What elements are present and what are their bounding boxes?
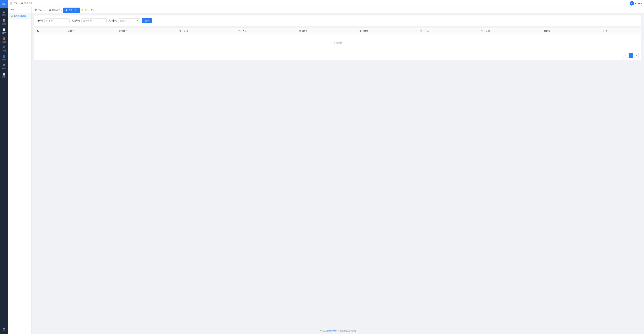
left-panel: 订单 🎫 积分商城订单 — [8, 7, 32, 334]
breadcrumb-blindbox-label: 盲盒订单 — [24, 2, 32, 5]
tab-manghedingdan-label: 盲盒订单 — [68, 9, 76, 12]
sidebar-label-goods: 商品 — [2, 23, 6, 25]
col-pay-method: 支付方式 — [357, 28, 418, 35]
empty-row: 暂无数据 — [34, 35, 641, 51]
filter-bar: 订单号 支付单号 支付状态 请选择 待支付 已支付 已取消 — [34, 16, 641, 26]
sidebar-item-member[interactable]: 👤 会员 — [0, 53, 8, 62]
breadcrumb-blindbox-icon: 📦 — [21, 2, 23, 5]
sidebar-item-goods[interactable]: 📦 商品 — [0, 18, 8, 27]
sidebar-item-service[interactable]: ⚙ 系统 — [0, 44, 8, 53]
col-pay-status: 支付状态 — [418, 28, 478, 35]
sidebar-label-member: 会员 — [2, 58, 6, 61]
table-head: ID 订单号 支付单号 支付人id 支付人名 购买数量 支付方式 支付状态 支付… — [34, 28, 641, 35]
col-pay-user-name: 支付人名 — [236, 28, 296, 35]
tab-kongzhitai-icon: ⊞ — [35, 9, 37, 11]
data-table: ID 订单号 支付单号 支付人id 支付人名 购买数量 支付方式 支付状态 支付… — [34, 28, 641, 51]
col-pay-no: 支付单号 — [116, 28, 177, 35]
pay-no-input[interactable] — [81, 19, 106, 23]
tab-shangpinguanli-label: 商品管理 — [52, 9, 60, 12]
fullscreen-button[interactable]: ⛶ — [626, 2, 628, 5]
page-content: ⊞ 控制台 × 📦 商品管理 × 📋 盲盒订单 × 📂 商品分类 — [32, 7, 644, 334]
table-container: ID 订单号 支付单号 支付人id 支付人名 购买数量 支付方式 支付状态 支付… — [34, 28, 641, 60]
table-body: 暂无数据 — [34, 35, 641, 51]
breadcrumb: 📋 订单 > 📦 盲盒订单 — [10, 2, 32, 5]
pagination-prev[interactable]: ‹ — [623, 53, 628, 58]
content-with-panel: 订单 🎫 积分商城订单 ⊞ 控制台 × 📦 商品管理 × — [8, 7, 644, 334]
col-order-no: 订单号 — [66, 28, 116, 35]
order-no-label: 订单号 — [37, 19, 44, 22]
sidebar-label-order: 订单 — [2, 32, 6, 34]
sidebar-item-record[interactable]: 📄 记录 — [0, 71, 8, 80]
tab-shangpinguanli-close[interactable]: × — [60, 9, 62, 11]
sidebar-logo: HA — [0, 0, 8, 8]
table-header-row: ID 订单号 支付单号 支付人id 支付人名 购买数量 支付方式 支付状态 支付… — [34, 28, 641, 35]
sidebar-item-permission[interactable]: ⚙ 权限 — [0, 62, 8, 71]
footer: 本系统由 HashMart 开源免费版强力驱动 — [32, 328, 644, 334]
col-pay-amount: 支付金额 — [479, 28, 540, 35]
inner-content: 订单号 支付单号 支付状态 请选择 待支付 已支付 已取消 — [32, 13, 644, 328]
member-icon: 👤 — [2, 55, 6, 58]
record-icon: 📄 — [2, 72, 6, 76]
footer-text-before: 本系统由 — [320, 330, 328, 332]
goods-icon: 📦 — [2, 19, 6, 22]
left-panel-item-label: 积分商城订单 — [14, 15, 26, 18]
footer-link[interactable]: HashMart — [328, 330, 337, 332]
left-panel-title: 订单 — [8, 7, 31, 13]
sidebar-menu-button[interactable]: ☰ — [0, 326, 8, 333]
empty-text: 暂无数据 — [34, 35, 641, 51]
blindbox-icon: 🎁 — [2, 37, 6, 40]
col-pay-time: 下单时间 — [540, 28, 600, 35]
tab-shangpinfenlei-icon: 📂 — [81, 9, 84, 11]
avatar: A — [630, 1, 634, 6]
sidebar-nav: ⊞ 首页 📦 商品 📋 订单 🎁 盲盒 ⚙ 系统 👤 会员 ⚙ 权限 📄 — [0, 9, 8, 326]
jifenorder-icon: 🎫 — [10, 15, 13, 18]
tab-manghedingdan[interactable]: 📋 盲盒订单 × — [64, 8, 80, 13]
tab-shangpinfenlei-close[interactable]: × — [93, 9, 94, 11]
tab-shangpinfenlei[interactable]: 📂 商品分类 × — [80, 8, 96, 13]
tab-shangpinfenlei-label: 商品分类 — [84, 9, 92, 12]
footer-text-after: 开源免费版强力驱动 — [338, 330, 356, 332]
pay-no-label: 支付单号 — [72, 19, 80, 22]
sidebar: HA ⊞ 首页 📦 商品 📋 订单 🎁 盲盒 ⚙ 系统 👤 会员 ⚙ 权限 — [0, 0, 8, 334]
sidebar-item-order[interactable]: 📋 订单 — [0, 27, 8, 36]
search-button[interactable]: 查询 — [142, 18, 152, 23]
pay-status-group: 支付状态 请选择 待支付 已支付 已取消 — [108, 19, 140, 23]
user-chevron-icon: ▾ — [641, 2, 642, 4]
breadcrumb-order-icon: 📋 — [10, 2, 12, 5]
sidebar-item-home[interactable]: ⊞ 首页 — [0, 9, 8, 18]
col-action: 操作 — [600, 28, 641, 35]
tab-kongzhitai-close[interactable]: × — [44, 9, 45, 11]
tab-shangpinguanli[interactable]: 📦 商品管理 × — [47, 8, 63, 13]
sidebar-label-blindbox: 盲盒 — [2, 41, 6, 43]
permission-icon: ⚙ — [3, 64, 5, 67]
sidebar-bottom: ☰ — [0, 326, 8, 334]
pay-no-group: 支付单号 — [72, 19, 106, 23]
order-icon: 📋 — [2, 28, 6, 31]
pay-status-label: 支付状态 — [108, 19, 117, 22]
pagination-page-1[interactable]: 1 — [628, 53, 633, 58]
sidebar-label-record: 记录 — [2, 76, 6, 79]
order-no-group: 订单号 — [37, 19, 70, 23]
breadcrumb-order-label: 订单 — [14, 2, 18, 5]
tab-kongzhitai[interactable]: ⊞ 控制台 × — [34, 8, 47, 13]
home-icon: ⊞ — [3, 10, 5, 13]
tab-manghedingdan-icon: 📋 — [65, 9, 68, 11]
sidebar-label-permission: 权限 — [2, 67, 6, 70]
breadcrumb-sep: > — [18, 2, 20, 5]
col-pay-user-id: 支付人id — [177, 28, 236, 35]
pagination-next[interactable]: › — [634, 53, 639, 58]
top-right: ⛶ A admin ▾ — [626, 1, 642, 6]
sidebar-label-service: 系统 — [2, 49, 6, 52]
left-panel-item-jifenorder[interactable]: 🎫 积分商城订单 — [8, 13, 31, 19]
user-info[interactable]: A admin ▾ — [630, 1, 642, 6]
sidebar-label-home: 首页 — [2, 14, 6, 16]
tab-manghedingdan-close[interactable]: × — [77, 9, 78, 11]
main-area: 📋 订单 > 📦 盲盒订单 ⛶ A admin ▾ 订单 🎫 积分商城订单 — [8, 0, 644, 334]
col-id: ID — [34, 28, 66, 35]
sidebar-item-blindbox[interactable]: 🎁 盲盒 — [0, 36, 8, 44]
user-name: admin — [634, 2, 640, 5]
order-no-input[interactable] — [44, 19, 70, 23]
col-buy-count: 购买数量 — [296, 28, 357, 35]
pay-status-select[interactable]: 请选择 待支付 已支付 已取消 — [118, 19, 140, 23]
tab-shangpinguanli-icon: 📦 — [49, 9, 51, 11]
